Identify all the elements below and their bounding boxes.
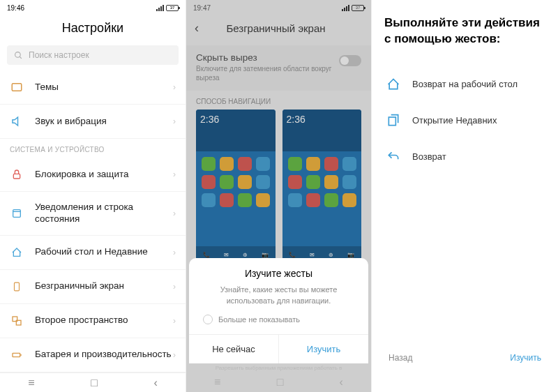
recents-icon [384,112,402,130]
back-arrow-icon [384,148,402,166]
theme-icon [10,80,24,94]
home-icon [10,246,24,259]
dont-show-checkbox[interactable]: Больше не показывать [189,315,368,334]
row-notifications[interactable]: Уведомления и строка состояния › [0,192,186,236]
dual-icon [10,314,24,328]
settings-list: Темы › Звук и вибрация › СИСТЕМА И УСТРО… [0,70,186,372]
back-button[interactable]: Назад [389,353,412,363]
gesture-recents: Открытие Недавних [384,112,545,130]
row-second-space[interactable]: Второе пространство › [0,304,186,338]
sheet-title: Изучите жесты [189,258,368,285]
clock: 19:46 [7,4,24,12]
section-header: СИСТЕМА И УСТРОЙСТВО [0,139,186,158]
signal-icon [156,5,164,11]
row-sound[interactable]: Звук и вибрация › [0,105,186,139]
search-input[interactable]: Поиск настроек [7,45,179,65]
gesture-home: Возврат на рабочий стол [384,75,545,93]
home-icon [384,75,402,93]
nav-menu-icon[interactable]: ≡ [214,376,220,389]
row-lock[interactable]: Блокировка и защита › [0,158,186,192]
svg-rect-6 [15,282,20,291]
chevron-right-icon: › [173,169,176,179]
chevron-right-icon: › [173,82,176,92]
gesture-back: Возврат [384,148,545,166]
svg-rect-12 [389,117,395,126]
nav-bar: ≡ □ ‹ [0,372,186,392]
footer-text: Разрешить выбранным приложениям работать… [186,363,371,372]
svg-rect-2 [12,84,22,91]
svg-point-0 [15,52,21,57]
modal-overlay: Изучите жесты Узнайте, какие жесты вы мо… [186,0,371,392]
chevron-right-icon: › [173,282,176,292]
nav-home-icon[interactable]: □ [277,376,284,389]
nav-back-icon[interactable]: ‹ [340,376,343,389]
bottom-sheet: Изучите жесты Узнайте, какие жесты вы мо… [189,258,368,363]
chevron-right-icon: › [173,209,176,218]
battery-icon [10,348,24,362]
battery-icon: 37 [166,5,179,11]
chevron-right-icon: › [173,316,176,326]
search-icon [14,51,23,60]
nav-back-icon[interactable]: ‹ [153,377,157,389]
page-title: Выполняйте эти действия с помощью жестов… [384,15,545,47]
svg-line-1 [20,56,22,59]
row-home[interactable]: Рабочий стол и Недавние › [0,236,186,270]
nav-bar: ≡ □ ‹ [186,372,371,392]
nav-menu-icon[interactable]: ≡ [28,377,34,389]
status-bar: 19:46 37 [0,0,186,15]
not-now-button[interactable]: Не сейчас [189,335,279,363]
notification-icon [10,206,24,220]
learn-button[interactable]: Изучить [510,353,541,363]
sheet-subtitle: Узнайте, какие жесты вы можете использов… [189,285,368,315]
svg-rect-3 [13,174,20,179]
chevron-right-icon: › [173,350,176,360]
svg-rect-9 [13,353,20,356]
row-fullscreen[interactable]: Безграничный экран › [0,270,186,304]
chevron-right-icon: › [173,116,176,126]
nav-home-icon[interactable]: □ [91,377,98,389]
row-battery[interactable]: Батарея и производительность › [0,338,186,372]
checkbox-icon [203,315,213,324]
footer: Назад Изучить [372,343,558,392]
lock-icon [10,167,24,181]
sound-icon [10,114,24,128]
svg-rect-4 [13,210,21,218]
page-title: Настройки [0,15,186,45]
chevron-right-icon: › [173,248,176,257]
screen-icon [10,280,24,294]
search-placeholder: Поиск настроек [29,50,89,60]
learn-button[interactable]: Изучить [279,335,368,363]
row-themes[interactable]: Темы › [0,70,186,105]
